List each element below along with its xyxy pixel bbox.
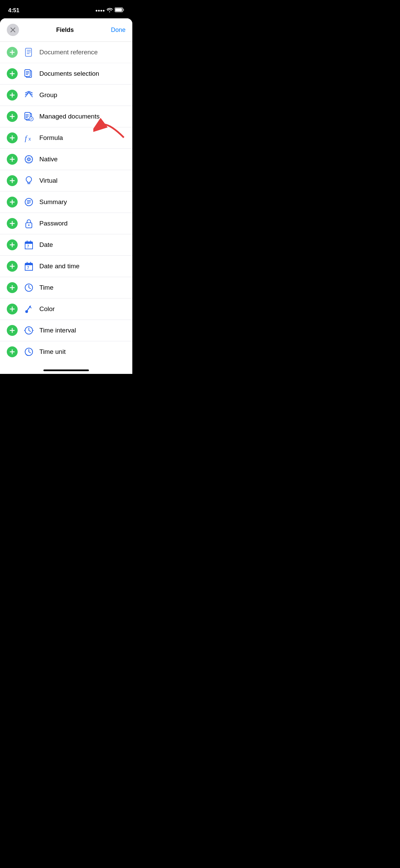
home-indicator	[0, 362, 132, 374]
home-bar	[43, 369, 89, 371]
time-icon	[23, 282, 35, 293]
list-item-formula[interactable]: f x Formula	[0, 127, 132, 149]
close-button[interactable]	[7, 24, 19, 36]
doc-ref-icon	[23, 47, 35, 58]
field-label-date-and-time: Date and time	[39, 263, 79, 270]
field-label-documents-selection: Documents selection	[39, 70, 99, 77]
date-icon: 7	[23, 239, 35, 251]
field-label-date: Date	[39, 241, 53, 249]
add-button-password[interactable]	[7, 218, 18, 229]
field-label-group: Group	[39, 91, 57, 99]
list-item-documents-selection[interactable]: Documents selection	[0, 63, 132, 85]
field-label-time: Time	[39, 284, 54, 291]
status-time: 4:51	[8, 7, 19, 14]
field-label-document-reference: Document reference	[39, 49, 98, 56]
field-label-virtual: Virtual	[39, 177, 58, 184]
field-label-color: Color	[39, 305, 55, 313]
field-label-password: Password	[39, 220, 68, 227]
add-button-time[interactable]	[7, 282, 18, 293]
svg-text:f: f	[25, 134, 28, 142]
list-item-date-and-time[interactable]: 7 Date and time	[0, 256, 132, 277]
add-button-date[interactable]	[7, 239, 18, 250]
field-label-time-interval: Time interval	[39, 327, 76, 334]
list-item-time-interval[interactable]: Time interval	[0, 320, 132, 341]
fields-list: Document reference Documents selection G…	[0, 42, 132, 362]
modal-container: Fields Done Document reference Documents…	[0, 18, 132, 374]
formula-icon: f x	[23, 132, 35, 144]
list-item-password[interactable]: Password	[0, 213, 132, 234]
list-item-document-reference[interactable]: Document reference	[0, 42, 132, 63]
summary-icon	[23, 196, 35, 208]
add-button-formula[interactable]	[7, 132, 18, 143]
password-icon	[23, 218, 35, 229]
modal-header: Fields Done	[0, 18, 132, 42]
field-label-formula: Formula	[39, 134, 63, 142]
svg-text:x: x	[28, 136, 31, 142]
list-item-summary[interactable]: Summary	[0, 192, 132, 213]
field-label-summary: Summary	[39, 198, 67, 206]
list-item-date[interactable]: 7 Date	[0, 234, 132, 256]
list-item-virtual[interactable]: Virtual	[0, 170, 132, 192]
svg-rect-2	[115, 8, 122, 12]
time-unit-icon	[23, 346, 35, 358]
list-item-time[interactable]: Time	[0, 277, 132, 299]
list-item-time-unit[interactable]: Time unit	[0, 341, 132, 362]
add-button-group[interactable]	[7, 90, 18, 101]
status-bar: 4:51	[0, 0, 132, 18]
add-button-documents-selection[interactable]	[7, 68, 18, 79]
add-button-date-and-time[interactable]	[7, 261, 18, 272]
time-interval-icon	[23, 325, 35, 336]
add-button-color[interactable]	[7, 304, 18, 314]
list-item-color[interactable]: Color	[0, 299, 132, 320]
group-icon	[23, 89, 35, 101]
done-button[interactable]: Done	[111, 26, 126, 34]
signal-icon	[96, 10, 104, 12]
color-icon	[23, 303, 35, 315]
list-item-managed-documents[interactable]: Managed documents	[0, 106, 132, 127]
status-icons	[96, 7, 124, 14]
field-label-time-unit: Time unit	[39, 348, 65, 356]
svg-text:7: 7	[27, 245, 29, 248]
date-time-icon: 7	[23, 260, 35, 272]
add-button-time-interval[interactable]	[7, 325, 18, 336]
list-item-native[interactable]: Native	[0, 149, 132, 170]
field-label-native: Native	[39, 156, 58, 163]
svg-text:7: 7	[27, 266, 29, 270]
svg-rect-1	[123, 9, 124, 11]
add-button-document-reference[interactable]	[7, 47, 18, 58]
add-button-managed-documents[interactable]	[7, 111, 18, 122]
virtual-icon	[23, 175, 35, 186]
docs-selection-icon	[23, 68, 35, 79]
battery-icon	[115, 7, 124, 14]
add-button-time-unit[interactable]	[7, 346, 18, 357]
native-icon	[23, 153, 35, 165]
svg-point-25	[25, 310, 28, 313]
field-label-managed-documents: Managed documents	[39, 113, 99, 120]
list-item-group[interactable]: Group	[0, 85, 132, 106]
svg-point-16	[28, 224, 30, 226]
add-button-summary[interactable]	[7, 197, 18, 207]
add-button-native[interactable]	[7, 154, 18, 165]
managed-docs-icon	[23, 111, 35, 122]
wifi-icon	[107, 7, 113, 14]
add-button-virtual[interactable]	[7, 175, 18, 186]
modal-title: Fields	[56, 26, 74, 34]
